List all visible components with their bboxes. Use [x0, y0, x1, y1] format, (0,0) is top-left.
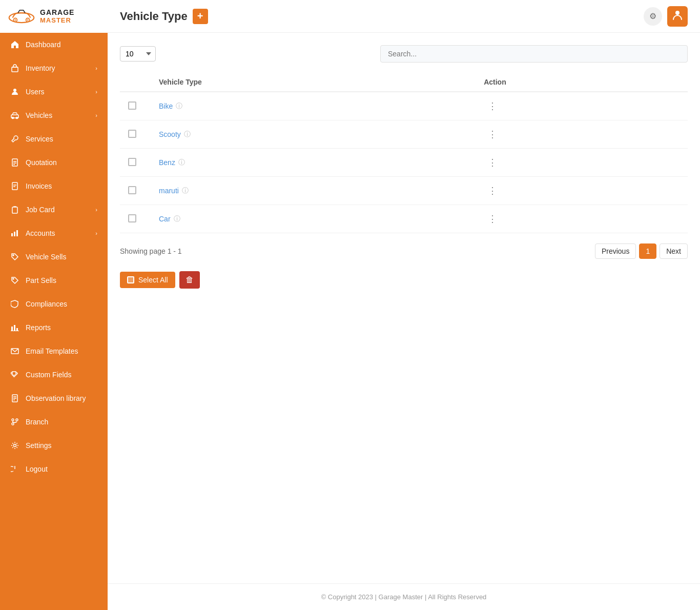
chevron-right-icon: ›: [95, 112, 97, 118]
page-content: 102550100 Vehicle Type Action Bikeⓘ⋮Scoo…: [108, 33, 700, 583]
vehicle-type-cell: Benzⓘ: [151, 149, 476, 177]
table-row: Bikeⓘ⋮: [120, 92, 688, 120]
row-checkbox[interactable]: [128, 158, 136, 166]
gear-icon: [10, 441, 19, 450]
svg-point-9: [16, 117, 18, 119]
table-header: Vehicle Type Action: [120, 73, 688, 92]
row-action-menu-button[interactable]: ⋮: [484, 184, 502, 197]
car-icon: [10, 111, 19, 120]
svg-rect-14: [12, 182, 17, 190]
sidebar-label-vehicles: Vehicles: [26, 111, 52, 119]
sidebar-item-accounts[interactable]: Accounts›: [0, 221, 108, 245]
settings-gear-button[interactable]: ⚙: [644, 7, 662, 26]
sidebar-item-logout[interactable]: Logout: [0, 457, 108, 481]
per-page-select[interactable]: 102550100: [120, 46, 156, 62]
row-checkbox[interactable]: [128, 186, 136, 194]
sidebar-item-users[interactable]: Users›: [0, 80, 108, 104]
footer: © Copyright 2023 | Garage Master | All R…: [108, 583, 700, 610]
select-all-label: Select All: [138, 276, 168, 284]
sidebar-item-inventory[interactable]: Inventory›: [0, 56, 108, 80]
vehicle-type-cell: Scootyⓘ: [151, 120, 476, 149]
info-icon[interactable]: ⓘ: [184, 130, 191, 139]
bulk-delete-button[interactable]: 🗑: [179, 271, 200, 289]
previous-page-button[interactable]: Previous: [595, 243, 636, 259]
svg-rect-25: [16, 328, 18, 331]
chevron-right-icon: ›: [95, 89, 97, 95]
sidebar-item-email-templates[interactable]: Email Templates: [0, 339, 108, 363]
sidebar-item-custom-fields[interactable]: Custom Fields: [0, 363, 108, 387]
tag2-icon: [10, 276, 19, 285]
sidebar-item-compliances[interactable]: Compliances: [0, 292, 108, 316]
pagination-row: Showing page 1 - 1 Previous 1 Next: [120, 243, 688, 259]
sidebar-label-observation-library: Observation library: [26, 394, 86, 402]
row-action-menu-button[interactable]: ⋮: [484, 156, 502, 169]
vehicle-type-name[interactable]: Benz: [159, 158, 175, 167]
sidebar-label-compliances: Compliances: [26, 300, 67, 308]
sidebar-item-part-sells[interactable]: Part Sells: [0, 269, 108, 292]
add-vehicle-type-button[interactable]: +: [193, 9, 208, 24]
sidebar-item-invoices[interactable]: Invoices: [0, 174, 108, 198]
table-row: Benzⓘ⋮: [120, 149, 688, 177]
sidebar-label-dashboard: Dashboard: [26, 40, 61, 49]
sidebar-label-quotation: Quotation: [26, 158, 57, 167]
row-checkbox[interactable]: [128, 130, 136, 138]
vehicle-type-name[interactable]: Scooty: [159, 130, 181, 138]
row-checkbox-cell: [120, 177, 151, 205]
user-profile-button[interactable]: [667, 6, 688, 27]
branch-icon: [10, 417, 19, 426]
sidebar-item-branch[interactable]: Branch: [0, 410, 108, 434]
row-action-menu-button[interactable]: ⋮: [484, 128, 502, 141]
sidebar-item-services[interactable]: Services: [0, 127, 108, 151]
svg-point-22: [13, 278, 14, 279]
vehicle-type-name[interactable]: maruti: [159, 187, 179, 195]
svg-point-32: [12, 419, 14, 421]
sidebar-label-email-templates: Email Templates: [26, 347, 78, 355]
svg-point-4: [27, 19, 29, 21]
page-1-button[interactable]: 1: [639, 243, 656, 259]
svg-rect-23: [11, 327, 13, 331]
svg-rect-10: [12, 159, 17, 166]
info-icon[interactable]: ⓘ: [182, 186, 189, 195]
row-checkbox[interactable]: [128, 101, 136, 110]
row-checkbox[interactable]: [128, 214, 136, 222]
action-cell: ⋮: [476, 177, 688, 205]
next-page-button[interactable]: Next: [660, 243, 688, 259]
row-checkbox-cell: [120, 205, 151, 233]
col-vehicle-type: Vehicle Type: [151, 73, 476, 92]
sidebar-item-vehicle-sells[interactable]: Vehicle Sells: [0, 245, 108, 269]
vehicle-type-name[interactable]: Bike: [159, 102, 173, 110]
sidebar-item-dashboard[interactable]: Dashboard: [0, 33, 108, 56]
sidebar-item-reports[interactable]: Reports: [0, 316, 108, 339]
svg-rect-19: [14, 232, 15, 236]
sidebar-label-settings: Settings: [26, 441, 52, 450]
logo-car-icon: [8, 7, 35, 26]
row-checkbox-cell: [120, 120, 151, 149]
svg-point-35: [14, 444, 16, 447]
select-all-button[interactable]: Select All: [120, 272, 175, 288]
table-row: marutiⓘ⋮: [120, 177, 688, 205]
row-action-menu-button[interactable]: ⋮: [484, 212, 502, 226]
vehicle-type-name[interactable]: Car: [159, 215, 171, 223]
svg-point-3: [15, 19, 16, 21]
info-icon[interactable]: ⓘ: [178, 158, 185, 167]
topbar: Vehicle Type + ⚙: [108, 0, 700, 33]
info-icon[interactable]: ⓘ: [174, 214, 180, 223]
search-input[interactable]: [380, 45, 688, 63]
wrench-icon: [10, 134, 19, 144]
vehicle-type-table: Vehicle Type Action Bikeⓘ⋮Scootyⓘ⋮Benzⓘ⋮…: [120, 73, 688, 233]
sidebar-item-observation-library[interactable]: Observation library: [0, 387, 108, 410]
clipboard-icon: [10, 205, 19, 214]
info-icon[interactable]: ⓘ: [176, 101, 182, 111]
sidebar-item-settings[interactable]: Settings: [0, 434, 108, 457]
house-icon: [10, 40, 19, 49]
showing-text: Showing page 1 - 1: [120, 247, 182, 255]
sidebar-label-custom-fields: Custom Fields: [26, 371, 71, 379]
sidebar-item-quotation[interactable]: Quotation: [0, 151, 108, 174]
topbar-actions: ⚙: [644, 6, 688, 27]
row-action-menu-button[interactable]: ⋮: [484, 99, 502, 113]
svg-rect-18: [11, 233, 13, 236]
sidebar-item-vehicles[interactable]: Vehicles›: [0, 104, 108, 127]
sidebar-item-job-card[interactable]: Job Card›: [0, 198, 108, 221]
row-checkbox-cell: [120, 149, 151, 177]
envelope-icon: [10, 347, 19, 356]
